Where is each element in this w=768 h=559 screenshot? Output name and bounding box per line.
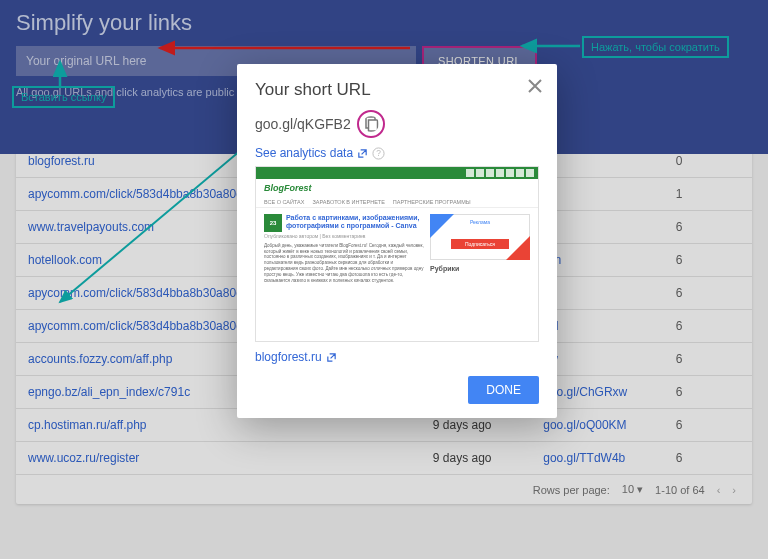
preview-post-title: Работа с картинками, изображениями, фото…	[264, 214, 424, 231]
analytics-link[interactable]: See analytics data ?	[255, 146, 539, 160]
modal-title: Your short URL	[255, 80, 539, 100]
done-button[interactable]: DONE	[468, 376, 539, 404]
target-preview: BlogForest ВСЕ О САЙТАХЗАРАБОТОК В ИНТЕР…	[255, 166, 539, 342]
external-link-icon	[357, 148, 368, 159]
svg-text:?: ?	[376, 148, 381, 158]
short-url-modal: Your short URL goo.gl/qKGFB2 See analyti…	[237, 64, 557, 418]
copy-icon[interactable]	[357, 110, 385, 138]
preview-logo: BlogForest	[256, 179, 538, 197]
short-url-text: goo.gl/qKGFB2	[255, 116, 351, 132]
target-url-link[interactable]: blogforest.ru	[255, 350, 539, 364]
close-icon[interactable]	[527, 78, 543, 94]
svg-rect-7	[368, 120, 377, 131]
external-link-icon	[326, 352, 337, 363]
info-icon[interactable]: ?	[372, 147, 385, 160]
